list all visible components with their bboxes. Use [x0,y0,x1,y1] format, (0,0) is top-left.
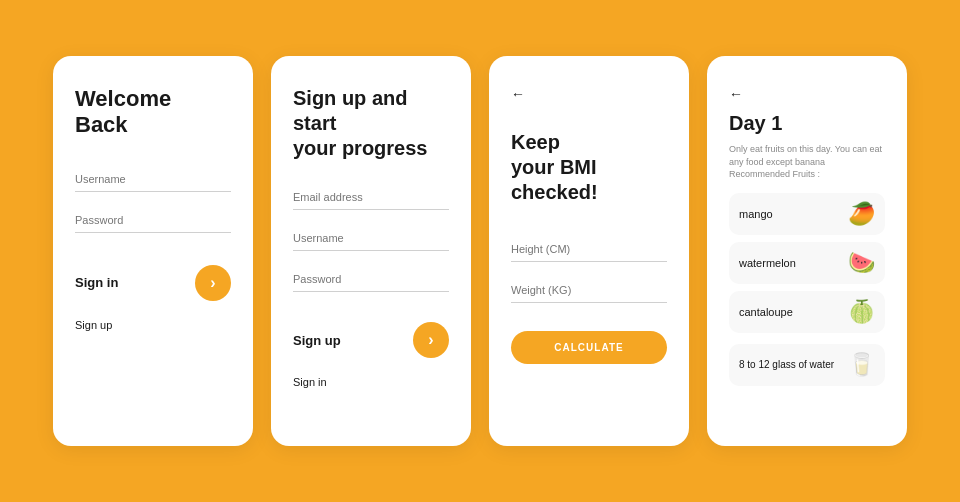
fruit-watermelon-name: watermelon [739,257,796,269]
bmi-back-arrow[interactable]: ← [511,86,667,102]
fruit-cantaloupe-name: cantaloupe [739,306,793,318]
sign-up-link[interactable]: Sign up [75,319,231,331]
username-input[interactable] [75,167,231,192]
water-label: 8 to 12 glass of water [739,359,834,370]
signup-password-input[interactable] [293,267,449,292]
day1-title: Day 1 [729,112,885,135]
sign-in-button[interactable]: › [195,265,231,301]
day1-back-arrow[interactable]: ← [729,86,885,102]
welcome-title: WelcomeBack [75,86,231,139]
signup-label: Sign up [293,333,341,348]
email-input[interactable] [293,185,449,210]
signup-row: Sign up › [293,322,449,358]
screen-day1: ← Day 1 Only eat fruits on this day. You… [707,56,907,446]
day1-description: Only eat fruits on this day. You can eat… [729,143,885,181]
water-icon: 🥛 [848,352,875,378]
screen-welcome: WelcomeBack Sign in › Sign up [53,56,253,446]
water-item: 8 to 12 glass of water 🥛 [729,344,885,386]
calculate-button[interactable]: CALCULATE [511,331,667,364]
screen-bmi: ← Keepyour BMIchecked! CALCULATE [489,56,689,446]
signup-username-input[interactable] [293,226,449,251]
weight-input[interactable] [511,278,667,303]
sign-in-label: Sign in [75,275,118,290]
signup-title: Sign up and startyour progress [293,86,449,161]
fruit-cantaloupe-emoji: 🍈 [848,299,875,325]
signin-link[interactable]: Sign in [293,376,449,388]
screens-container: WelcomeBack Sign in › Sign up Sign up an… [33,26,927,476]
height-input[interactable] [511,237,667,262]
password-input[interactable] [75,208,231,233]
fruit-watermelon-emoji: 🍉 [848,250,875,276]
fruit-mango-emoji: 🥭 [848,201,875,227]
fruit-mango-name: mango [739,208,773,220]
bmi-title: Keepyour BMIchecked! [511,130,667,205]
screen-signup: Sign up and startyour progress Sign up ›… [271,56,471,446]
signup-button[interactable]: › [413,322,449,358]
fruit-cantaloupe: cantaloupe 🍈 [729,291,885,333]
fruit-watermelon: watermelon 🍉 [729,242,885,284]
fruit-mango: mango 🥭 [729,193,885,235]
sign-in-row: Sign in › [75,265,231,301]
